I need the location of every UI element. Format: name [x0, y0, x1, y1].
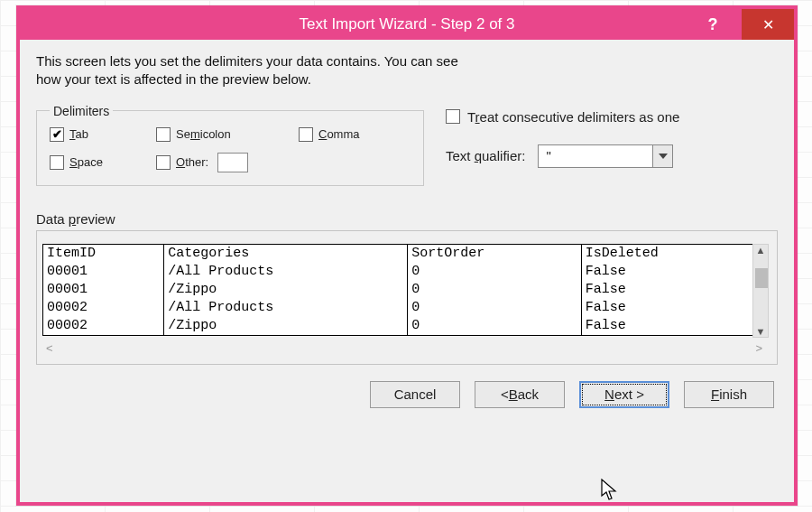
back-button[interactable]: < Back [475, 381, 565, 408]
delimiters-legend: Delimiters [50, 104, 113, 118]
label-semicolon: Semicolon [176, 127, 231, 141]
intro-text: This screen lets you set the delimiters … [36, 52, 778, 89]
horizontal-scrollbar[interactable]: < > [42, 336, 766, 355]
scroll-right-icon[interactable]: > [755, 341, 762, 355]
label-tab: Tab [69, 127, 88, 141]
delimiter-other[interactable]: Other: [156, 153, 291, 172]
other-delimiter-input[interactable] [217, 153, 248, 172]
delimiter-semicolon[interactable]: Semicolon [156, 127, 291, 142]
label-comma: Comma [318, 127, 360, 141]
col-header: Categories [164, 245, 408, 263]
scroll-thumb[interactable] [755, 268, 768, 288]
delimiters-group: Delimiters Tab Semicolon Comma [36, 104, 424, 186]
checkbox-space[interactable] [50, 155, 64, 170]
label-other: Other: [176, 155, 208, 169]
scroll-left-icon[interactable]: < [46, 341, 53, 355]
cancel-button[interactable]: Cancel [370, 381, 460, 408]
scroll-down-icon[interactable]: ▼ [756, 326, 766, 337]
col-header: ItemID [43, 245, 164, 263]
data-preview-table: ItemID Categories SortOrder IsDeleted 00… [43, 245, 754, 335]
text-import-wizard-dialog: Text Import Wizard - Step 2 of 3 ? ✕ Thi… [16, 5, 798, 506]
treat-consecutive[interactable]: Treat consecutive delimiters as one [446, 109, 778, 125]
dialog-title: Text Import Wizard - Step 2 of 3 [20, 15, 794, 33]
text-qualifier-select[interactable]: " [538, 144, 673, 168]
col-header: SortOrder [408, 245, 582, 263]
col-header: IsDeleted [581, 245, 754, 263]
data-preview-panel: ItemID Categories SortOrder IsDeleted 00… [36, 230, 778, 365]
data-preview-table-wrap: ItemID Categories SortOrder IsDeleted 00… [42, 244, 755, 336]
data-preview-label: Data preview [36, 211, 778, 227]
checkbox-treat-consecutive[interactable] [446, 109, 460, 124]
checkbox-other[interactable] [156, 155, 171, 170]
intro-line-2: how your text is affected in the preview… [36, 71, 311, 87]
titlebar: Text Import Wizard - Step 2 of 3 ? ✕ [20, 9, 794, 40]
intro-line-1: This screen lets you set the delimiters … [36, 53, 458, 69]
vertical-scrollbar[interactable]: ▲ ▼ [752, 244, 769, 338]
table-row: 00002 /Zippo 0 False [43, 317, 754, 335]
table-row: 00001 /Zippo 0 False [43, 281, 754, 299]
checkbox-tab[interactable] [50, 127, 64, 142]
scroll-up-icon[interactable]: ▲ [756, 245, 766, 256]
table-row: ItemID Categories SortOrder IsDeleted [43, 245, 754, 263]
finish-button[interactable]: Finish [684, 381, 774, 408]
chevron-down-icon [652, 145, 672, 167]
next-button[interactable]: Next > [579, 381, 669, 408]
delimiter-comma[interactable]: Comma [299, 127, 398, 142]
table-row: 00002 /All Products 0 False [43, 299, 754, 317]
close-button[interactable]: ✕ [742, 9, 794, 40]
table-row: 00001 /All Products 0 False [43, 263, 754, 281]
delimiter-tab[interactable]: Tab [50, 127, 149, 142]
text-qualifier-value: " [539, 148, 550, 163]
label-treat-consecutive: Treat consecutive delimiters as one [467, 109, 679, 125]
delimiter-space[interactable]: Space [50, 155, 149, 170]
label-space: Space [69, 155, 103, 169]
checkbox-semicolon[interactable] [156, 127, 171, 142]
checkbox-comma[interactable] [299, 127, 313, 142]
help-button[interactable]: ? [695, 9, 731, 40]
label-text-qualifier: Text qualifier: [446, 148, 525, 163]
